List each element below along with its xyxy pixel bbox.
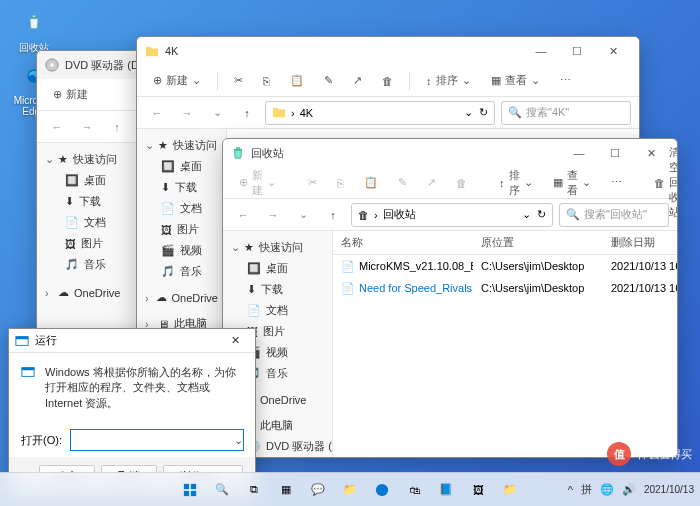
- view-button[interactable]: ▦查看⌄: [483, 69, 548, 92]
- nav-quickaccess[interactable]: ⌄★快速访问: [137, 135, 226, 156]
- download-icon: ⬇: [65, 195, 74, 208]
- tray-date[interactable]: 2021/10/13: [644, 484, 694, 495]
- sort-icon: ↕: [426, 75, 432, 87]
- new-button[interactable]: ⊕新建⌄: [145, 69, 209, 92]
- recycle-icon: [231, 146, 245, 160]
- chat-button[interactable]: 💬: [304, 476, 332, 504]
- share-icon: ↗: [353, 74, 362, 87]
- close-button[interactable]: ✕: [221, 329, 249, 353]
- taskview-button[interactable]: ⧉: [240, 476, 268, 504]
- nav-downloads[interactable]: ⬇下载: [223, 279, 332, 300]
- desktop-icon: 🔲: [65, 174, 79, 187]
- dropdown-icon[interactable]: ⌄: [234, 434, 243, 447]
- sort-button[interactable]: ↕排序⌄: [491, 164, 541, 202]
- maximize-button[interactable]: ☐: [559, 37, 595, 65]
- paste-icon: 📋: [290, 74, 304, 87]
- tray-network-icon[interactable]: 🌐: [600, 483, 614, 496]
- taskbar[interactable]: 🔍 ⧉ ▦ 💬 📁 🛍 📘 🖼 📁 ^ 拼 🌐 🔊 2021/10/13: [0, 472, 700, 506]
- paste[interactable]: 📋: [356, 172, 386, 193]
- app-button[interactable]: 📁: [496, 476, 524, 504]
- explorer-button[interactable]: 📁: [336, 476, 364, 504]
- sort-button[interactable]: ↕排序⌄: [418, 69, 479, 92]
- rename-icon: ✎: [324, 74, 333, 87]
- new-button[interactable]: ⊕新建⌄: [231, 164, 284, 202]
- up-button[interactable]: ↑: [321, 203, 345, 227]
- maximize-button[interactable]: ☐: [597, 139, 633, 167]
- store-button[interactable]: 🛍: [400, 476, 428, 504]
- svg-point-11: [376, 483, 388, 495]
- back-button[interactable]: ←: [45, 115, 69, 139]
- chevron-down[interactable]: ⌄: [205, 101, 229, 125]
- cut-button[interactable]: ✂: [226, 70, 251, 91]
- new-button[interactable]: ⊕新建: [45, 83, 96, 106]
- widgets-button[interactable]: ▦: [272, 476, 300, 504]
- rename[interactable]: ✎: [390, 172, 415, 193]
- chevron-down[interactable]: ⌄: [291, 203, 315, 227]
- tray-lang[interactable]: 拼: [581, 482, 592, 497]
- desktop-recycle-bin[interactable]: 回收站: [10, 6, 58, 55]
- back-button[interactable]: ←: [145, 101, 169, 125]
- close-button[interactable]: ✕: [595, 37, 631, 65]
- cut-icon: ✂: [234, 74, 243, 87]
- tray-volume-icon[interactable]: 🔊: [622, 483, 636, 496]
- refresh-icon[interactable]: ↻: [537, 208, 546, 221]
- search-button[interactable]: 🔍: [208, 476, 236, 504]
- share-button[interactable]: ↗: [345, 70, 370, 91]
- nav-videos[interactable]: 🎬视频: [137, 240, 226, 261]
- share[interactable]: ↗: [419, 172, 444, 193]
- minimize-button[interactable]: —: [523, 37, 559, 65]
- start-button[interactable]: [176, 476, 204, 504]
- refresh-icon[interactable]: ↻: [479, 106, 488, 119]
- search-box[interactable]: 🔍 搜索"4K": [501, 101, 631, 125]
- tray-chevron[interactable]: ^: [568, 484, 573, 496]
- app-button[interactable]: 📘: [432, 476, 460, 504]
- svg-rect-9: [184, 490, 189, 495]
- file-row[interactable]: 📄MicroKMS_v21.10.08_Beta C:\Users\jim\De…: [333, 255, 677, 277]
- nav-downloads[interactable]: ⬇下载: [137, 177, 226, 198]
- edge-button[interactable]: [368, 476, 396, 504]
- copy-button[interactable]: ⎘: [255, 71, 278, 91]
- nav-pictures[interactable]: 🖼图片: [137, 219, 226, 240]
- app-button[interactable]: 🖼: [464, 476, 492, 504]
- nav-onedrive[interactable]: ›☁OneDrive: [137, 288, 226, 307]
- svg-rect-6: [22, 368, 34, 371]
- star-icon: ★: [58, 153, 68, 166]
- window-recycle[interactable]: 回收站 — ☐ ✕ ⊕新建⌄ ✂ ⎘ 📋 ✎ ↗ 🗑 ↕排序⌄ ▦查看⌄ ⋯ 🗑…: [222, 138, 678, 458]
- recycle-bin-icon: [18, 6, 50, 38]
- nav-desktop[interactable]: 🔲桌面: [223, 258, 332, 279]
- file-icon: 📄: [341, 260, 355, 273]
- title: 回收站: [251, 146, 561, 161]
- nav-desktop[interactable]: 🔲桌面: [137, 156, 226, 177]
- search-box[interactable]: 🔍搜索"回收站": [559, 203, 669, 227]
- nav-documents[interactable]: 📄文档: [137, 198, 226, 219]
- column-headers[interactable]: 名称 原位置 删除日期: [333, 231, 677, 255]
- address-bar[interactable]: 🗑›回收站 ⌄↻: [351, 203, 553, 227]
- address-bar[interactable]: ›4K ⌄↻: [265, 101, 495, 125]
- forward-button[interactable]: →: [75, 115, 99, 139]
- back-button[interactable]: ←: [231, 203, 255, 227]
- rename-button[interactable]: ✎: [316, 70, 341, 91]
- more-button[interactable]: ⋯: [552, 70, 579, 91]
- more[interactable]: ⋯: [603, 172, 630, 193]
- forward-button[interactable]: →: [175, 101, 199, 125]
- nav-documents[interactable]: 📄文档: [223, 300, 332, 321]
- view-button[interactable]: ▦查看⌄: [545, 164, 599, 202]
- recycle-icon: 🗑: [358, 209, 369, 221]
- minimize-button[interactable]: —: [561, 139, 597, 167]
- open-input[interactable]: [70, 429, 244, 451]
- search-icon: 🔍: [508, 106, 522, 119]
- up-button[interactable]: ↑: [235, 101, 259, 125]
- delete-button[interactable]: 🗑: [374, 71, 401, 91]
- copy[interactable]: ⎘: [329, 173, 352, 193]
- title: 4K: [165, 45, 523, 57]
- paste-button[interactable]: 📋: [282, 70, 312, 91]
- cut[interactable]: ✂: [300, 172, 325, 193]
- search-icon: 🔍: [566, 208, 580, 221]
- run-icon: [21, 365, 35, 411]
- file-row[interactable]: 📄Need for Speed_Rivals 2021_10... C:\Use…: [333, 277, 677, 299]
- up-button[interactable]: ↑: [105, 115, 129, 139]
- nav-quickaccess[interactable]: ⌄★快速访问: [223, 237, 332, 258]
- delete[interactable]: 🗑: [448, 173, 475, 193]
- forward-button[interactable]: →: [261, 203, 285, 227]
- nav-music[interactable]: 🎵音乐: [137, 261, 226, 282]
